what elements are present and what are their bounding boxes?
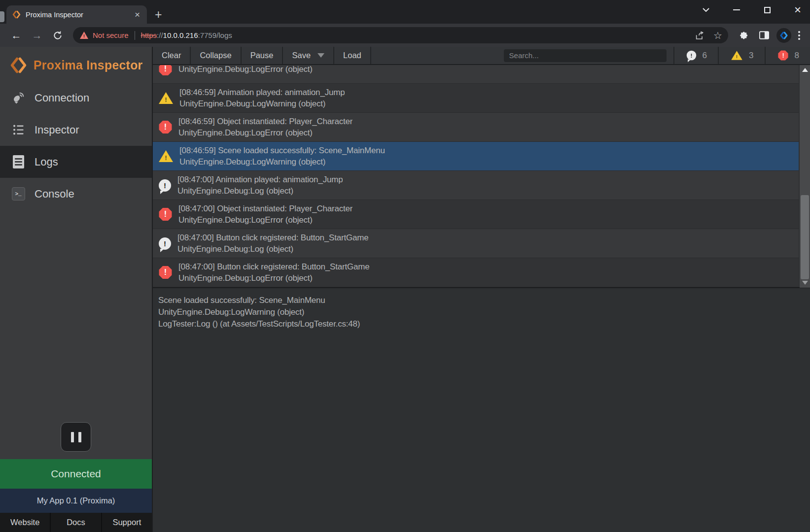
proxima-favicon-icon — [12, 10, 21, 19]
clear-button[interactable]: Clear — [153, 47, 191, 64]
error-count-badge[interactable]: ! 8 — [765, 47, 810, 64]
omnibox-divider — [135, 31, 135, 40]
minimize-button[interactable] — [731, 4, 742, 15]
log-row[interactable]: ! [08:47:00] Animation played: animation… — [153, 171, 799, 200]
reload-button[interactable] — [49, 27, 66, 44]
sidebar-item-inspector[interactable]: Inspector — [0, 114, 152, 146]
scrollbar-thumb[interactable] — [801, 195, 809, 279]
log-row[interactable]: ! [08:47:00] Button click registered: Bu… — [153, 229, 799, 258]
detail-line: Scene loaded successfully: Scene_MainMen… — [158, 295, 805, 306]
tab-strip: Proxima Inspector × + × — [0, 0, 810, 24]
log-message: [08:47:00] Button click registered: Butt… — [178, 261, 369, 272]
log-source: UnityEngine.Debug:LogWarning (object) — [179, 98, 345, 109]
info-count: 6 — [703, 51, 707, 61]
terminal-icon: >_ — [10, 187, 26, 200]
scroll-up-icon[interactable] — [800, 66, 810, 74]
detail-line: LogTester:Log () (at Assets/TestScripts/… — [158, 318, 805, 330]
log-detail-panel: Scene loaded successfully: Scene_MainMen… — [153, 287, 810, 532]
error-icon: ! — [778, 50, 788, 61]
log-level-icon: ! — [159, 121, 172, 134]
brand: Proxima Inspector — [0, 47, 152, 82]
back-button[interactable]: ← — [8, 27, 25, 44]
log-row[interactable]: ! UnityEngine.Debug:LogError (object) — [153, 65, 799, 84]
bookmark-star-icon[interactable]: ☆ — [713, 30, 722, 41]
brand-title: Proxima Inspector — [34, 58, 143, 72]
proxima-logo-icon — [10, 57, 27, 74]
sidebar-item-logs[interactable]: Logs — [0, 146, 152, 178]
log-source: UnityEngine.Debug:LogError (object) — [178, 272, 369, 284]
pause-button[interactable]: Pause — [242, 47, 283, 64]
sidebar-item-connection[interactable]: Connection — [0, 82, 152, 114]
pause-stream-button[interactable] — [61, 422, 91, 452]
sidebar-footer: Website Docs Support — [0, 513, 152, 532]
info-count-badge[interactable]: ! 6 — [673, 47, 718, 64]
app-name-bar: My App 0.1 (Proxima) — [0, 489, 152, 513]
new-tab-button[interactable]: + — [155, 8, 162, 21]
side-panel-icon[interactable] — [756, 27, 773, 44]
warning-icon: ! — [731, 51, 742, 61]
tab-strip-sliver — [0, 11, 4, 22]
save-button[interactable]: Save — [283, 47, 334, 64]
sidebar-item-label: Console — [35, 188, 74, 200]
log-source: UnityEngine.Debug:Log (object) — [177, 243, 368, 255]
search-input[interactable] — [504, 49, 667, 62]
tab-search-chevron-icon[interactable] — [701, 4, 711, 15]
log-message: [08:46:59] Scene loaded successfully: Sc… — [179, 145, 385, 156]
pause-icon — [71, 432, 74, 442]
share-icon[interactable] — [695, 31, 705, 40]
log-source: UnityEngine.Debug:LogWarning (object) — [179, 156, 385, 167]
url-host: 10.0.0.216 — [163, 31, 198, 39]
log-message: [08:47:00] Object instantiated: Player_C… — [178, 203, 352, 214]
url-text[interactable]: https://10.0.0.216:7759/logs — [141, 31, 690, 39]
load-button[interactable]: Load — [334, 47, 371, 64]
url-path: :7759/logs — [198, 31, 232, 39]
browser-window: Proxima Inspector × + × ← → ! Not secure… — [0, 0, 810, 532]
log-message: [08:46:59] Object instantiated: Player_C… — [178, 116, 352, 127]
log-row[interactable]: ! [08:46:59] Object instantiated: Player… — [153, 113, 799, 142]
footer-link-support[interactable]: Support — [102, 513, 152, 532]
footer-link-docs[interactable]: Docs — [51, 513, 101, 532]
logs-toolbar: Clear Collapse Pause Save Load ! 6 ! 3 !… — [153, 47, 810, 65]
log-level-icon: ! — [159, 237, 171, 250]
collapse-button[interactable]: Collapse — [191, 47, 241, 64]
close-window-button[interactable]: × — [792, 4, 803, 15]
proxima-extension-icon[interactable] — [776, 28, 791, 43]
warning-count: 3 — [749, 51, 753, 61]
sidebar-item-label: Inspector — [35, 124, 79, 136]
window-controls: × — [701, 0, 803, 20]
maximize-button[interactable] — [762, 4, 773, 15]
browser-tab[interactable]: Proxima Inspector × — [6, 5, 147, 24]
log-message: [08:47:00] Animation played: animation_J… — [177, 174, 343, 185]
logs-panel: Clear Collapse Pause Save Load ! 6 ! 3 !… — [153, 47, 810, 532]
log-row[interactable]: ! [08:47:00] Button click registered: Bu… — [153, 258, 799, 287]
tab-close-icon[interactable]: × — [133, 10, 142, 19]
browser-menu-icon[interactable] — [795, 31, 803, 40]
detail-line: UnityEngine.Debug:LogWarning (object) — [158, 306, 805, 318]
log-source: UnityEngine.Debug:LogError (object) — [178, 127, 352, 138]
log-message: [08:47:00] Button click registered: Butt… — [177, 232, 368, 243]
log-row[interactable]: ! [08:46:59] Animation played: animation… — [153, 84, 799, 113]
save-dropdown-icon[interactable] — [317, 53, 324, 58]
log-row[interactable]: ! [08:46:59] Scene loaded successfully: … — [153, 142, 799, 171]
log-row[interactable]: ! [08:47:00] Object instantiated: Player… — [153, 200, 799, 229]
log-level-icon: ! — [159, 208, 172, 221]
not-secure-warning-icon: ! — [80, 32, 88, 39]
browser-navbar: ← → ! Not secure https://10.0.0.216:7759… — [0, 24, 810, 47]
not-secure-label[interactable]: Not secure — [93, 31, 129, 39]
sidebar-item-label: Logs — [35, 156, 58, 168]
log-scrollbar[interactable] — [800, 65, 810, 288]
forward-button[interactable]: → — [29, 27, 45, 44]
log-list: ! UnityEngine.Debug:LogError (object) ! … — [153, 65, 810, 287]
log-level-icon: ! — [159, 266, 172, 279]
warning-count-badge[interactable]: ! 3 — [718, 47, 764, 64]
footer-link-website[interactable]: Website — [0, 513, 50, 532]
sidebar-item-console[interactable]: >_ Console — [0, 178, 152, 210]
sidebar: Proxima Inspector Connection — [0, 47, 153, 532]
error-count: 8 — [795, 51, 799, 61]
scroll-down-icon[interactable] — [800, 279, 810, 287]
log-level-icon: ! — [159, 65, 172, 76]
extensions-puzzle-icon[interactable] — [735, 27, 752, 44]
address-bar[interactable]: ! Not secure https://10.0.0.216:7759/log… — [73, 27, 728, 43]
log-source: UnityEngine.Debug:LogError (object) — [178, 65, 313, 75]
log-source: UnityEngine.Debug:Log (object) — [177, 185, 343, 197]
